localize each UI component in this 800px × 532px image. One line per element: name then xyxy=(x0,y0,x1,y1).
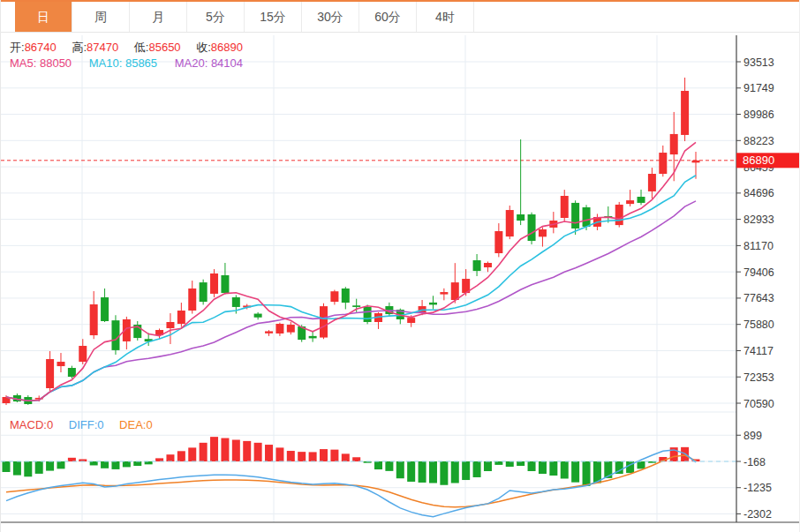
price-axis-label: 70590 xyxy=(743,398,774,410)
macd-hist-bar xyxy=(13,461,21,476)
tab-5min[interactable]: 5分 xyxy=(187,2,245,32)
last-price-badge-text: 86890 xyxy=(743,154,774,167)
macd-hist-bar xyxy=(275,447,283,461)
candle-body xyxy=(539,229,547,236)
macd-hist-bar xyxy=(342,453,350,461)
macd-hist-bar xyxy=(232,439,240,461)
macd-hist-bar xyxy=(419,461,426,483)
low-value: 85650 xyxy=(148,41,180,54)
tab-4hour[interactable]: 4时 xyxy=(417,2,474,32)
macd-hist-bar xyxy=(90,461,98,465)
macd-hist-bar xyxy=(320,449,328,461)
macd-hist-bar xyxy=(494,461,502,465)
macd-hist-bar xyxy=(188,447,196,461)
tab-week[interactable]: 周 xyxy=(72,2,130,32)
macd-hist-bar xyxy=(462,461,470,480)
ma10-line xyxy=(6,176,696,401)
candle-body xyxy=(200,282,208,302)
tab-30min[interactable]: 30分 xyxy=(302,2,359,32)
macd-legend: MACD:0 DIFF:0 DEA:0 xyxy=(10,418,153,431)
candle-body xyxy=(494,231,502,253)
macd-hist-bar xyxy=(528,461,536,471)
ma20-legend: MA20: 84104 xyxy=(175,56,243,70)
candle-body xyxy=(309,336,317,339)
candle-body xyxy=(429,303,437,305)
candle-body xyxy=(188,288,196,311)
macd-hist-bar xyxy=(177,451,185,461)
macd-hist-bar xyxy=(145,461,153,464)
macd-hist-bar xyxy=(243,441,251,461)
macd-hist-bar xyxy=(221,438,229,461)
macd-hist-bar xyxy=(330,450,338,461)
candle-body xyxy=(287,325,295,333)
macd-hist-bar xyxy=(57,461,64,468)
macd-axis-label: -1235 xyxy=(743,482,772,494)
dea-line xyxy=(6,455,696,507)
candle-body xyxy=(46,359,54,388)
macd-hist-bar xyxy=(561,461,569,478)
candle-body xyxy=(166,322,174,328)
candle-body xyxy=(352,305,360,307)
candle-body xyxy=(440,292,448,295)
macd-hist-bar xyxy=(210,437,218,461)
candle-body xyxy=(210,273,218,294)
low-label: 低: xyxy=(134,41,149,54)
macd-hist-bar xyxy=(265,445,273,461)
macd-hist-bar xyxy=(473,461,481,477)
candle-body xyxy=(517,214,525,221)
candle-body xyxy=(506,210,514,236)
macd-hist-bar xyxy=(549,461,557,476)
kline-chart-canvas[interactable]: 9351391749899868822386459846968293381170… xyxy=(1,33,800,532)
period-tabbar: 日周月5分15分30分60分4时 xyxy=(1,0,800,33)
high-value: 87470 xyxy=(87,41,118,54)
candle-body xyxy=(615,205,623,225)
macd-hist-bar xyxy=(440,461,448,485)
macd-axis-label: 899 xyxy=(743,430,762,442)
candle-body xyxy=(528,214,536,241)
macd-hist-bar xyxy=(46,461,54,471)
close-value: 86890 xyxy=(211,41,243,54)
macd-axis-label: -168 xyxy=(743,456,766,468)
candle-body xyxy=(57,362,64,366)
macd-hist-bar xyxy=(352,457,360,461)
candle-body xyxy=(320,306,328,337)
candle-body xyxy=(177,311,185,324)
macd-hist-bar xyxy=(429,461,437,483)
open-value: 86740 xyxy=(25,41,57,54)
price-axis-label: 74117 xyxy=(743,345,774,357)
macd-hist-bar xyxy=(24,461,32,476)
macd-hist-bar xyxy=(123,461,131,467)
tab-month[interactable]: 月 xyxy=(130,2,187,32)
macd-hist-bar xyxy=(3,461,11,472)
candle-body xyxy=(275,324,283,333)
tab-15min[interactable]: 15分 xyxy=(245,2,302,32)
candle-body xyxy=(659,153,667,174)
macd-hist-bar xyxy=(111,461,119,469)
macd-hist-bar xyxy=(254,443,262,461)
macd-hist-bar xyxy=(638,461,645,468)
candle-body xyxy=(571,203,579,229)
ma10-legend: MA10: 85865 xyxy=(89,56,157,70)
candle-body xyxy=(648,174,656,191)
candle-body xyxy=(101,297,109,321)
macd-hist-bar xyxy=(298,452,306,461)
candle-body xyxy=(473,260,481,271)
candle-body xyxy=(342,288,350,303)
price-axis-label: 82933 xyxy=(743,214,774,226)
macd-value: MACD:0 xyxy=(10,418,53,431)
macd-hist-bar xyxy=(484,461,492,471)
macd-hist-bar xyxy=(155,458,163,461)
dea-value: DEA:0 xyxy=(119,418,153,431)
candle-body xyxy=(583,207,591,227)
macd-hist-bar xyxy=(133,461,141,466)
candle-body xyxy=(68,368,76,377)
candle-body xyxy=(638,197,645,203)
candle-body xyxy=(111,320,119,350)
tab-day[interactable]: 日 xyxy=(15,2,72,32)
macd-hist-bar xyxy=(396,461,404,478)
open-label: 开: xyxy=(10,41,25,54)
macd-hist-bar xyxy=(287,451,295,461)
candle-body xyxy=(265,331,273,333)
price-axis-label: 81170 xyxy=(743,240,774,252)
tab-60min[interactable]: 60分 xyxy=(359,2,417,32)
